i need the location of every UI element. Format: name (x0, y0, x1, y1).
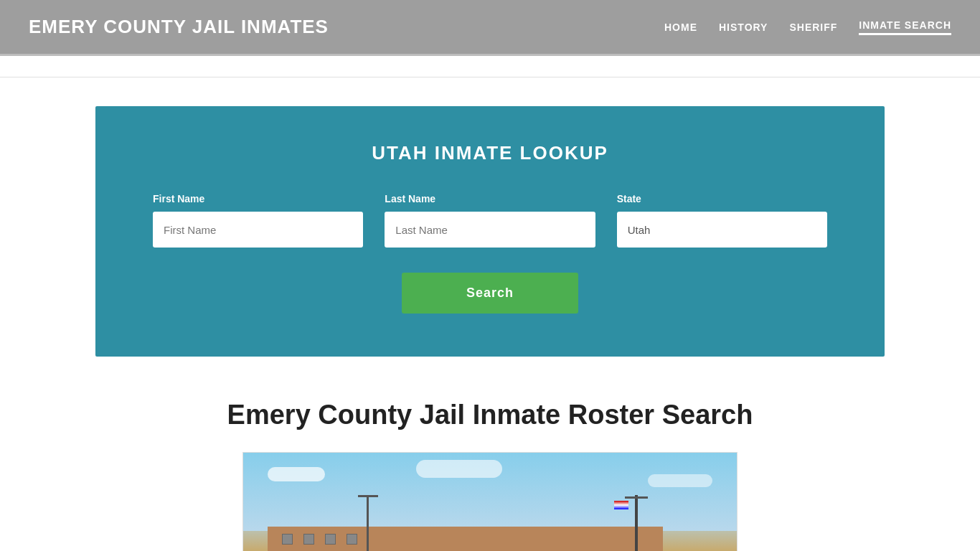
cloud-1 (268, 467, 325, 481)
search-btn-container: Search (153, 273, 827, 314)
nav-home[interactable]: HOME (664, 22, 697, 33)
state-input[interactable] (617, 212, 827, 248)
crossbar (358, 495, 378, 497)
flag-crossbar (625, 496, 648, 499)
window-2 (303, 534, 314, 545)
last-name-label: Last Name (385, 193, 595, 204)
navbar: EMERY COUNTY JAIL INMATES HOME HISTORY S… (0, 0, 980, 56)
main-content: Emery County Jail Inmate Roster Search (95, 385, 885, 551)
first-name-label: First Name (153, 193, 363, 204)
window-4 (347, 534, 357, 545)
cloud-3 (648, 474, 712, 487)
search-section: UTAH INMATE LOOKUP First Name Last Name … (95, 106, 885, 357)
search-button[interactable]: Search (402, 273, 578, 314)
last-name-group: Last Name (385, 193, 595, 248)
nav-history[interactable]: HISTORY (719, 22, 768, 33)
nav-sheriff[interactable]: SHERIFF (789, 22, 837, 33)
first-name-group: First Name (153, 193, 363, 248)
site-brand[interactable]: EMERY COUNTY JAIL INMATES (29, 16, 329, 38)
window-3 (325, 534, 336, 545)
tower-pole (367, 495, 369, 551)
state-label: State (617, 193, 827, 204)
window-1 (282, 534, 293, 545)
nav-links: HOME HISTORY SHERIFF INMATE SEARCH (664, 19, 951, 35)
sub-header (0, 56, 980, 77)
flag-pole (635, 495, 638, 551)
flag (614, 501, 628, 509)
form-row: First Name Last Name State (153, 193, 827, 248)
cloud-2 (416, 460, 502, 478)
search-title: UTAH INMATE LOOKUP (153, 142, 827, 164)
page-heading: Emery County Jail Inmate Roster Search (95, 400, 885, 430)
first-name-input[interactable] (153, 212, 363, 248)
last-name-input[interactable] (385, 212, 595, 248)
nav-inmate-search[interactable]: INMATE SEARCH (859, 19, 951, 35)
state-group: State (617, 193, 827, 248)
jail-image (242, 452, 738, 551)
building (268, 527, 662, 551)
